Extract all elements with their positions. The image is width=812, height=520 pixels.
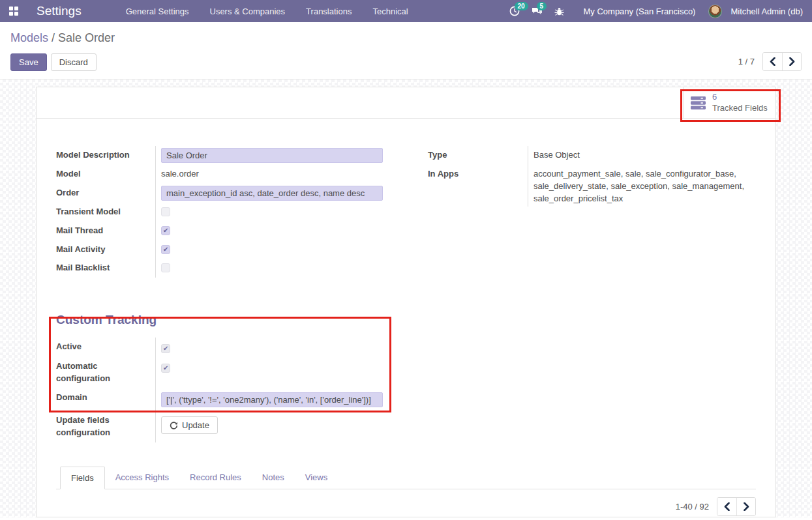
menu-translations[interactable]: Translations [298,1,359,22]
model-label: Model [56,165,155,184]
debug-icon[interactable] [550,4,568,19]
active-checkbox[interactable] [161,344,170,353]
message-count-badge: 5 [537,2,547,10]
tracked-fields-count: 6 [712,92,768,102]
user-menu[interactable]: Mitchell Admin (db) [730,7,803,16]
button-box: 6 Tracked Fields [37,87,775,119]
chevron-right-icon [744,502,749,511]
breadcrumb-separator: / [48,31,58,44]
mail-blacklist-label: Mail Blacklist [56,259,155,278]
mail-activity-label: Mail Activity [56,240,155,259]
mail-thread-label: Mail Thread [56,222,155,240]
refresh-icon [170,421,178,429]
tab-access-rights[interactable]: Access Rights [105,467,179,489]
active-label: Active [56,338,155,357]
chevron-right-icon [789,57,795,66]
top-navbar: Settings General Settings Users & Compan… [0,0,812,22]
fields-list-next-button[interactable] [736,498,755,515]
model-description-input[interactable] [161,148,383,163]
order-label: Order [56,184,155,203]
fields-list-pager-value: 1-40 / 92 [676,502,709,512]
type-label: Type [428,146,528,165]
activities-icon[interactable]: 20 [505,3,524,19]
notebook-tabs: Fields Access Rights Record Rules Notes … [56,466,756,489]
transient-model-label: Transient Model [56,203,155,222]
pager-previous-button[interactable] [763,53,782,70]
user-avatar[interactable] [708,5,722,18]
automatic-configuration-label: Automatic configuration [56,357,155,388]
fields-list-previous-button[interactable] [717,498,736,515]
menu-general-settings[interactable]: General Settings [118,1,197,22]
control-panel: Models / Sale Order Save Discard 1 / 7 [0,22,812,79]
menu-users-companies[interactable]: Users & Companies [202,1,293,22]
discard-button[interactable]: Discard [51,53,97,71]
record-pager: 1 / 7 [738,52,802,71]
tab-fields[interactable]: Fields [60,467,105,489]
update-button-label: Update [182,420,209,430]
automatic-configuration-checkbox[interactable] [161,364,170,373]
activity-count-badge: 20 [515,2,528,10]
right-field-group: Type Base Object In Apps account_payment… [428,146,756,207]
left-field-group: Model Description Model sale.order Order… [56,146,405,278]
breadcrumb: Models / Sale Order [10,31,802,45]
mail-thread-checkbox[interactable] [161,226,170,235]
save-button[interactable]: Save [10,53,47,71]
tracked-fields-label: Tracked Fields [712,103,768,113]
control-panel-buttons: Save Discard [10,53,802,71]
tab-notes[interactable]: Notes [252,467,295,489]
in-apps-label: In Apps [428,165,528,207]
form-content: Model Description Model sale.order Order… [37,119,775,520]
tracked-fields-icon [690,96,706,110]
model-description-label: Model Description [56,146,155,165]
domain-input[interactable] [161,392,383,407]
app-name[interactable]: Settings [37,4,82,18]
bug-icon [554,7,564,16]
form-view-background: 6 Tracked Fields Model Description Model… [0,79,812,517]
menu-technical[interactable]: Technical [365,1,415,22]
breadcrumb-models-link[interactable]: Models [10,31,48,44]
mail-blacklist-checkbox[interactable] [161,263,170,272]
tracked-fields-button[interactable]: 6 Tracked Fields [683,87,775,118]
breadcrumb-current: Sale Order [58,31,115,44]
pager-next-button[interactable] [782,53,801,70]
custom-tracking-heading: Custom Tracking [56,313,756,327]
custom-tracking-group: Active Automatic configuration Domain Up… [56,338,405,442]
company-switcher[interactable]: My Company (San Francisco) [584,7,696,16]
record-pager-value: 1 / 7 [738,57,755,66]
update-fields-configuration-label: Update fields configuration [56,411,155,442]
mail-activity-checkbox[interactable] [161,245,170,254]
systray: 20 5 My Company (San Francisco) Mitchell… [505,3,804,19]
transient-model-checkbox[interactable] [161,207,170,216]
type-value: Base Object [534,148,580,162]
fields-list-pager: 1-40 / 92 [56,497,756,516]
order-input[interactable] [161,186,383,201]
tab-record-rules[interactable]: Record Rules [179,467,252,489]
chevron-left-icon [724,502,730,511]
messages-icon[interactable]: 5 [528,3,547,19]
in-apps-value: account_payment_sale, sale, sale_configu… [534,167,756,205]
tab-views[interactable]: Views [295,467,338,489]
model-value: sale.order [161,167,199,181]
top-menu: General Settings Users & Companies Trans… [118,1,416,22]
chevron-left-icon [770,57,775,66]
form-sheet: 6 Tracked Fields Model Description Model… [36,87,776,517]
apps-menu-icon[interactable] [9,7,18,16]
update-button[interactable]: Update [161,416,218,434]
domain-label: Domain [56,388,155,411]
